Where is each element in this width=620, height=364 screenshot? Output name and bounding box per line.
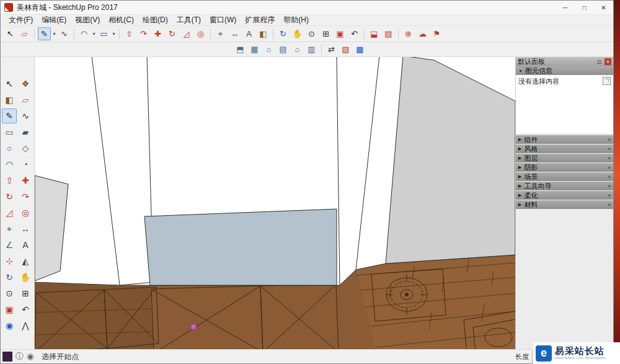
- shapes-tool[interactable]: ▭: [97, 27, 110, 40]
- walk-tool[interactable]: ⋀: [18, 318, 33, 333]
- arc-tool[interactable]: ◠: [78, 27, 91, 40]
- menu-edit[interactable]: 编辑(E): [37, 15, 71, 25]
- menu-camera[interactable]: 相机(C): [104, 15, 138, 25]
- make-component-tool[interactable]: ❖: [18, 76, 33, 91]
- scale-tool[interactable]: ◿: [180, 27, 193, 40]
- paint-bucket-tool[interactable]: ◧: [257, 27, 270, 40]
- pan-tool[interactable]: ✋: [18, 270, 33, 285]
- circle-tool[interactable]: ○: [2, 141, 17, 156]
- add-location-tool[interactable]: ☁: [416, 27, 429, 40]
- zoom-tool[interactable]: ⊙: [2, 286, 17, 301]
- menu-view[interactable]: 视图(V): [71, 15, 104, 25]
- section-styles[interactable]: ▶ 风格 »: [516, 144, 613, 153]
- separator[interactable]: [273, 29, 273, 39]
- zoom-extents-tool[interactable]: ▣: [334, 27, 347, 40]
- zoom-tool[interactable]: ⊙: [305, 27, 318, 40]
- menu-help[interactable]: 帮助(H): [279, 15, 313, 25]
- claim-credit-icon[interactable]: ◉: [27, 352, 33, 362]
- model-viewport[interactable]: [35, 57, 515, 349]
- eraser-tool[interactable]: ▱: [18, 92, 33, 107]
- iso-view[interactable]: ⬒: [234, 43, 247, 56]
- panel-options-icon[interactable]: ⊡: [596, 58, 603, 65]
- section-materials[interactable]: ▶ 材料 »: [516, 200, 613, 209]
- menu-file[interactable]: 文件(F): [4, 15, 37, 25]
- offset-tool[interactable]: ◎: [194, 27, 207, 40]
- minimize-button[interactable]: ─: [556, 1, 575, 14]
- separator[interactable]: [210, 29, 211, 39]
- rotated-rectangle-tool[interactable]: ▰: [18, 125, 33, 140]
- separator[interactable]: [364, 29, 365, 39]
- entity-details-icon[interactable]: ❐: [603, 77, 611, 85]
- select-tool[interactable]: ↖: [4, 27, 17, 40]
- protractor-tool[interactable]: ∠: [2, 237, 17, 252]
- previous-view-tool[interactable]: ↶: [18, 302, 33, 317]
- geo-location-tool[interactable]: ⊕: [402, 27, 415, 40]
- menu-extensions[interactable]: 扩展程序: [241, 15, 279, 25]
- rotate-tool[interactable]: ↻: [166, 27, 179, 40]
- polygon-tool[interactable]: ◇: [18, 141, 33, 156]
- 3d-text-tool[interactable]: ◭: [18, 254, 33, 269]
- separator[interactable]: [119, 29, 120, 39]
- panel-close-icon[interactable]: ✕: [604, 58, 611, 65]
- rectangle-tool[interactable]: ▭: [2, 125, 17, 140]
- orbit-tool[interactable]: ↻: [2, 270, 17, 285]
- line-tool[interactable]: ✎: [2, 109, 17, 123]
- back-view[interactable]: ⌂: [291, 43, 304, 56]
- top-view[interactable]: ▦: [248, 43, 261, 56]
- push-pull-tool[interactable]: ⇧: [123, 27, 136, 40]
- arc-tool[interactable]: ◠: [2, 157, 17, 172]
- tape-measure-tool[interactable]: ⌖: [2, 221, 17, 236]
- freehand-tool[interactable]: ∿: [18, 109, 33, 123]
- close-button[interactable]: ✕: [594, 1, 613, 14]
- zoom-window-tool[interactable]: ⊞: [319, 27, 332, 40]
- dimension-tool[interactable]: ↔: [228, 27, 241, 40]
- zoom-window-tool[interactable]: ⊞: [18, 286, 33, 301]
- menu-draw[interactable]: 绘图(D): [138, 15, 172, 25]
- separator[interactable]: [321, 44, 322, 55]
- photo-textures-tool[interactable]: ⚑: [430, 27, 443, 40]
- x-ray-mode[interactable]: ▧: [339, 43, 352, 56]
- section-shadows[interactable]: ▶ 阴影 »: [516, 163, 613, 172]
- text-tool[interactable]: A: [18, 237, 33, 252]
- paint-bucket-tool[interactable]: ◧: [2, 92, 17, 107]
- select-tool[interactable]: ↖: [2, 76, 17, 91]
- move-tool[interactable]: ✚: [18, 173, 33, 188]
- look-around-tool[interactable]: ◉: [2, 318, 17, 333]
- shaded-mode[interactable]: ▩: [353, 43, 366, 56]
- title-bar[interactable]: 美林青城 - SketchUp Pro 2017 ─ □ ✕: [1, 1, 613, 15]
- section-soften[interactable]: ▶ 柔化 »: [516, 191, 613, 200]
- line-tool[interactable]: ✎: [38, 27, 51, 40]
- previous-view-tool[interactable]: ↶: [348, 27, 361, 40]
- section-components[interactable]: ▶ 组件 »: [516, 135, 613, 144]
- section-scenes[interactable]: ▶ 场景 »: [516, 172, 613, 181]
- menu-window[interactable]: 窗口(W): [205, 15, 241, 25]
- section-plane-tool[interactable]: ⬓: [368, 27, 381, 40]
- pan-tool[interactable]: ✋: [291, 27, 304, 40]
- section-instructor[interactable]: ▶ 工具向导 »: [516, 182, 613, 190]
- move-tool[interactable]: ✚: [151, 27, 164, 40]
- text-tool[interactable]: A: [242, 27, 255, 40]
- eraser-tool[interactable]: ▱: [18, 27, 31, 40]
- section-layers[interactable]: ▶ 图层 »: [516, 154, 613, 162]
- separator[interactable]: [74, 29, 74, 39]
- dimension-tool[interactable]: ↔: [18, 221, 33, 236]
- orbit-tool[interactable]: ↻: [277, 27, 290, 40]
- panel-title-bar[interactable]: 默认面板 ⊡ ✕: [516, 57, 613, 66]
- push-pull-tool[interactable]: ⇧: [2, 173, 17, 188]
- offset-tool[interactable]: ◎: [18, 205, 33, 220]
- line-tool-dropdown[interactable]: ▾: [51, 27, 57, 40]
- section-entity-info[interactable]: ▼ 图元信息: [516, 66, 613, 75]
- arc-tool-dropdown[interactable]: ▾: [91, 27, 97, 40]
- front-view[interactable]: ⌂: [262, 43, 275, 56]
- maximize-button[interactable]: □: [575, 1, 594, 14]
- pie-tool[interactable]: ◔: [18, 157, 33, 172]
- follow-me-tool[interactable]: ↷: [137, 27, 150, 40]
- tape-measure-tool[interactable]: ⌖: [214, 27, 227, 40]
- left-view[interactable]: ▥: [305, 43, 318, 56]
- separator[interactable]: [398, 29, 399, 39]
- info-icon[interactable]: ⓘ: [16, 352, 24, 362]
- zoom-extents-tool[interactable]: ▣: [2, 302, 17, 317]
- rotate-tool[interactable]: ↻: [2, 189, 17, 204]
- shapes-tool-dropdown[interactable]: ▾: [111, 27, 117, 40]
- scale-tool[interactable]: ◿: [2, 205, 17, 220]
